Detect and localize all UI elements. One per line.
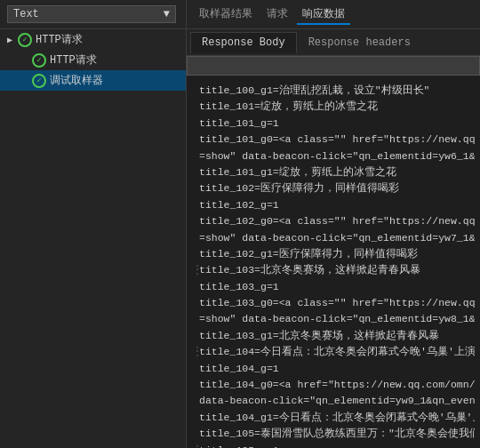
line-text: =show" data-beacon-click="qn_elementid=y… xyxy=(199,232,475,244)
content-line: data-beacon-click="qn_elementid=yw9_1&qn… xyxy=(192,393,475,409)
tree-arrow-icon: ▶ xyxy=(7,35,18,45)
line-text: title_103_g0=<a class="" href="https://n… xyxy=(199,297,475,308)
line-text: title_100_g1=治理乱挖乱栽，设立"村级田长" xyxy=(199,84,430,96)
content-line: title_102_g0=<a class="" href="https://n… xyxy=(192,213,475,229)
content-line: title_101_g1=绽放，剪纸上的冰雪之花 xyxy=(192,164,475,180)
text-type-dropdown[interactable]: Text ▼ xyxy=(7,5,176,23)
line-text: title_102_g0=<a class="" href="https://n… xyxy=(199,215,475,227)
content-line: title_102_g1=医疗保障得力，同样值得喝彩 xyxy=(192,246,475,262)
content-line: title_104_g0=<a href="https://new.qq.com… xyxy=(192,377,475,393)
content-line: title_103_g=1 xyxy=(192,279,475,295)
content-line: title_104_g1=今日看点：北京冬奥会闭幕式今晚'乌巢'上演 xyxy=(192,410,475,426)
line-number: ⋮ xyxy=(192,443,197,448)
line-text: data-beacon-click="qn_elementid=yw9_1&qn… xyxy=(199,395,475,406)
left-panel-tree: ▶ HTTP请求 HTTP请求 调试取样器 xyxy=(0,29,187,448)
left-panel-top: Text ▼ xyxy=(0,0,187,28)
line-text: title_101_g1=绽放，剪纸上的冰雪之花 xyxy=(199,166,396,178)
top-tabs: 取样器结果 请求 响应数据 xyxy=(194,4,350,25)
response-tab-bar: Response Body Response headers xyxy=(187,29,480,56)
tree-icon-http2 xyxy=(32,53,46,68)
chevron-down-icon: ▼ xyxy=(164,8,170,20)
search-bar[interactable] xyxy=(187,56,480,76)
content-line: =show" data-beacon-click="qn_elementid=y… xyxy=(192,148,475,164)
tree-label-http2: HTTP请求 xyxy=(50,52,97,68)
content-line: title_103_g0=<a class="" href="https://n… xyxy=(192,295,475,311)
content-line: title_100_g1=治理乱挖乱栽，设立"村级田长" xyxy=(192,83,475,99)
tree-item-http2[interactable]: HTTP请求 xyxy=(0,50,186,70)
tree-icon-http1 xyxy=(18,33,32,47)
line-text: title_101=绽放，剪纸上的冰雪之花 xyxy=(199,100,378,112)
line-text: =show" data-beacon-click="qn_elementid=y… xyxy=(199,313,475,324)
tree-label-debug: 调试取样器 xyxy=(50,73,103,88)
line-text: title_103=北京冬奥赛场，这样掀起青春风暴 xyxy=(199,264,420,276)
content-line: =show" data-beacon-click="qn_elementid=y… xyxy=(192,230,475,246)
tab-response-headers[interactable]: Response headers xyxy=(297,32,422,53)
content-line: =show" data-beacon-click="qn_elementid=y… xyxy=(192,311,475,327)
line-text: title_104_g1=今日看点：北京冬奥会闭幕式今晚'乌巢'上演 xyxy=(199,412,475,423)
line-number: ⋮ xyxy=(192,262,197,278)
right-panel-top: 取样器结果 请求 响应数据 xyxy=(187,0,480,28)
line-text: title_102=医疗保障得力，同样值得喝彩 xyxy=(199,182,399,194)
content-line: title_102_g=1 xyxy=(192,197,475,213)
content-area[interactable]: title_100_g1=治理乱挖乱栽，设立"村级田长"title_101=绽放… xyxy=(187,79,480,448)
content-line: ⋮title_104=今日看点：北京冬奥会闭幕式今晚'乌巢'上演 xyxy=(192,344,475,360)
line-text: title_103_g=1 xyxy=(199,281,279,292)
content-line: title_104_g=1 xyxy=(192,361,475,377)
main-area: ▶ HTTP请求 HTTP请求 调试取样器 Response Body Resp… xyxy=(0,29,480,448)
tab-response-body[interactable]: Response Body xyxy=(190,32,297,53)
tree-item-http1[interactable]: ▶ HTTP请求 xyxy=(0,29,186,50)
content-line: title_101_g=1 xyxy=(192,116,475,132)
content-line: title_105=泰国滑雪队总教练西里万："北京冬奥会使我们更加 xyxy=(192,426,475,442)
line-text: title_104=今日看点：北京冬奥会闭幕式今晚'乌巢'上演 xyxy=(199,346,475,357)
line-text: title_104_g0=<a href="https://new.qq.com… xyxy=(199,379,475,390)
line-text: title_102_g1=医疗保障得力，同样值得喝彩 xyxy=(199,248,418,260)
content-line: ⋮title_105_g=1 xyxy=(192,443,475,448)
tab-request[interactable]: 请求 xyxy=(261,4,293,25)
right-panel: Response Body Response headers title_100… xyxy=(187,29,480,448)
content-line: ⋮title_103=北京冬奥赛场，这样掀起青春风暴 xyxy=(192,262,475,278)
line-text: title_102_g=1 xyxy=(199,199,279,211)
line-text: title_101_g=1 xyxy=(199,117,279,129)
line-text: title_105=泰国滑雪队总教练西里万："北京冬奥会使我们更加 xyxy=(199,428,475,439)
line-text: title_103_g1=北京冬奥赛场，这样掀起青春风暴 xyxy=(199,330,439,341)
tree-label-http1: HTTP请求 xyxy=(36,32,83,47)
content-line: title_101=绽放，剪纸上的冰雪之花 xyxy=(192,99,475,115)
tab-response-data[interactable]: 响应数据 xyxy=(297,4,350,25)
content-line: title_103_g1=北京冬奥赛场，这样掀起青春风暴 xyxy=(192,328,475,344)
content-line: title_101_g0=<a class="" href="https://n… xyxy=(192,132,475,148)
tree-icon-debug xyxy=(32,74,46,88)
line-text: title_101_g0=<a class="" href="https://n… xyxy=(199,133,475,145)
line-text: =show" data-beacon-click="qn_elementid=y… xyxy=(199,150,475,162)
content-line: title_102=医疗保障得力，同样值得喝彩 xyxy=(192,180,475,196)
line-number: ⋮ xyxy=(192,344,197,360)
dropdown-label: Text xyxy=(13,8,39,20)
tree-item-debug[interactable]: 调试取样器 xyxy=(0,70,186,91)
line-text: title_104_g=1 xyxy=(199,363,279,374)
tab-sampler-result[interactable]: 取样器结果 xyxy=(194,4,258,25)
line-text: title_105_g=1 xyxy=(199,444,279,448)
top-bar: Text ▼ 取样器结果 请求 响应数据 xyxy=(0,0,480,29)
